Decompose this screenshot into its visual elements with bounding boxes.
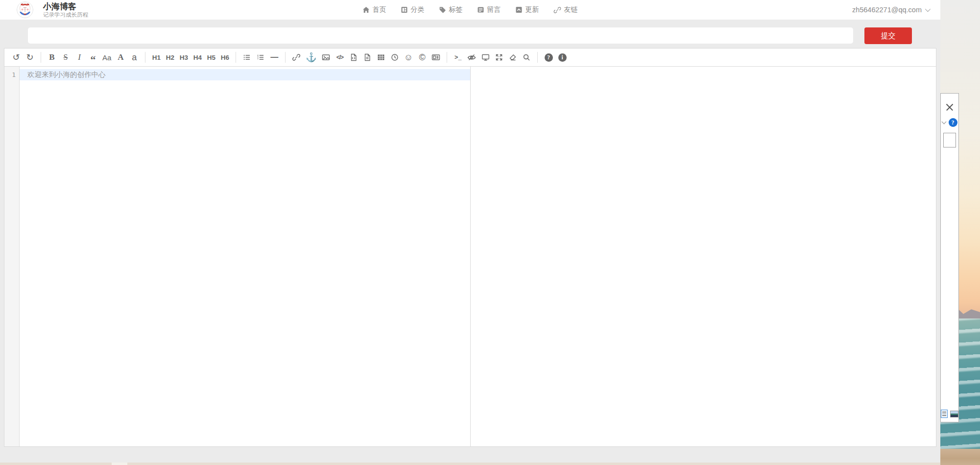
clear-button[interactable] [507,50,519,64]
uppercase-button[interactable]: A [115,50,126,64]
editor-placeholder-text: 欢迎来到小海的创作中心 [20,70,106,79]
h2-icon: H2 [166,54,174,61]
table-button[interactable] [375,50,387,64]
h2-button[interactable]: H2 [164,50,176,64]
link-button[interactable] [290,50,302,64]
code-block-icon [350,53,358,61]
pagebreak-button[interactable] [430,50,442,64]
side-panel-bottom-icons [941,410,958,418]
bold-icon: B [49,52,54,62]
ordered-list-button[interactable] [255,50,266,64]
ucwords-button[interactable]: Aa [101,50,113,64]
home-icon [363,6,370,13]
main-area: 提交 ↺ ↻ B S I “ Aa A a H1 H2 [0,20,940,463]
h3-button[interactable]: H3 [178,50,190,64]
candidate-list-icon[interactable] [941,410,948,418]
html-entities-icon: © [419,52,426,63]
header: 小海博客 记录学习成长历程 首页 分类 标签 [0,0,940,20]
search-icon [523,53,530,61]
background-bottom-notch [112,463,127,465]
preformatted-text-button[interactable] [361,50,373,64]
account-menu[interactable]: zh56462271@qq.com [852,0,929,20]
chevron-down-icon[interactable] [941,120,946,124]
html-entities-button[interactable]: © [416,50,428,64]
update-icon [516,6,523,13]
preformatted-icon [363,53,371,61]
close-icon[interactable] [946,103,954,111]
submit-button[interactable]: 提交 [864,27,912,44]
chevron-down-icon [925,6,931,12]
horizontal-rule-button[interactable]: — [268,50,280,64]
quote-button[interactable]: “ [87,50,99,64]
nav-item-messages[interactable]: 留言 [478,5,501,14]
nav-item-home[interactable]: 首页 [363,5,386,14]
toolbar-separator [447,52,447,63]
brand[interactable]: 小海博客 记录学习成长历程 [17,1,88,18]
image-button[interactable] [320,50,332,64]
preview-button[interactable] [479,50,491,64]
datetime-button[interactable] [389,50,401,64]
nav-label: 分类 [411,5,425,14]
nav-item-updates[interactable]: 更新 [516,5,539,14]
site-logo-avatar [17,1,33,18]
h1-button[interactable]: H1 [150,50,162,64]
redo-button[interactable]: ↻ [24,50,36,64]
codemirror-pane[interactable]: 1 欢迎来到小海的创作中心 [4,67,471,446]
message-icon [478,6,484,13]
unordered-list-button[interactable] [241,50,253,64]
image-thumbnail-icon[interactable] [950,411,958,417]
lowercase-button[interactable]: a [128,50,140,64]
code-block-button[interactable] [348,50,359,64]
toolbar-separator [236,52,236,63]
watch-toggle-button[interactable] [466,50,478,64]
h3-icon: H3 [180,54,188,61]
nav-label: 首页 [373,5,386,14]
italic-button[interactable]: I [73,50,85,64]
inline-code-button[interactable]: </> [334,50,346,64]
table-icon [377,53,385,61]
emoji-icon: ☺ [404,52,413,63]
hr-icon: — [270,53,278,62]
side-popup-panel: ? [940,93,959,422]
h4-button[interactable]: H4 [191,50,203,64]
h6-icon: H6 [221,54,229,61]
preview-pane [471,67,936,446]
help-icon: ? [545,53,553,62]
help-button[interactable]: ? [543,50,554,64]
side-panel-input[interactable] [943,133,956,147]
user-email: zh56462271@qq.com [852,6,922,14]
main-nav: 首页 分类 标签 留言 更新 [363,0,578,20]
search-button[interactable] [521,50,532,64]
nav-item-tags[interactable]: 标签 [439,5,463,14]
nav-item-friend-links[interactable]: 友链 [554,5,578,14]
article-title-input[interactable] [28,27,853,44]
nav-label: 标签 [449,5,463,14]
anchor-button[interactable]: ⚓ [304,50,318,64]
code-icon: </> [336,54,343,61]
undo-button[interactable]: ↺ [10,50,22,64]
anchor-icon: ⚓ [306,52,316,63]
monitor-icon [481,53,490,61]
strikethrough-button[interactable]: S [60,50,72,64]
nav-item-category[interactable]: 分类 [401,5,425,14]
editor-toolbar: ↺ ↻ B S I “ Aa A a H1 H2 H3 H4 H5 H6 [4,49,936,67]
goto-line-icon: >_ [454,54,461,61]
brand-text: 小海博客 记录学习成长历程 [43,2,88,18]
info-button[interactable]: i [556,50,568,64]
code-lines[interactable]: 欢迎来到小海的创作中心 [20,67,470,446]
bold-button[interactable]: B [46,50,58,64]
h5-button[interactable]: H5 [205,50,217,64]
help-circle-icon[interactable]: ? [949,118,957,127]
goto-line-button[interactable]: >_ [452,50,464,64]
fullscreen-button[interactable] [493,50,505,64]
quote-icon: “ [91,57,96,62]
screen: 小海博客 记录学习成长历程 首页 分类 标签 [0,0,980,465]
category-icon [401,6,408,13]
line-number-gutter: 1 [4,67,20,446]
strikethrough-icon: S [64,53,68,62]
emoji-button[interactable]: ☺ [403,50,414,64]
italic-icon: I [78,52,81,62]
toolbar-separator [41,52,41,63]
h6-button[interactable]: H6 [219,50,231,64]
active-line[interactable]: 欢迎来到小海的创作中心 [20,69,470,80]
